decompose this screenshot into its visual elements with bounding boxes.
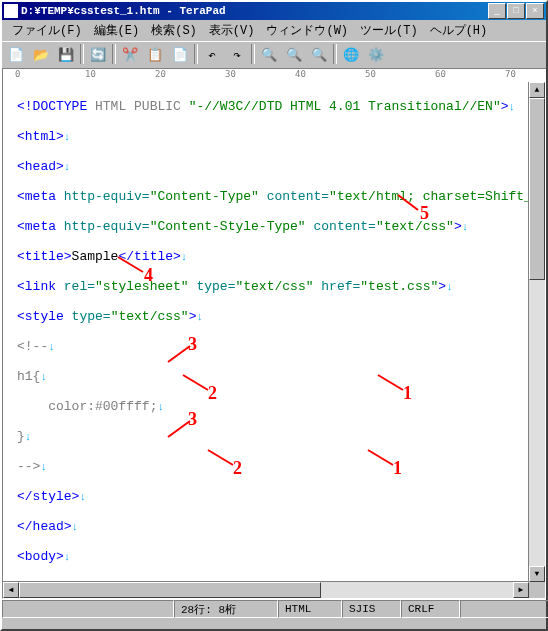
find-next-button[interactable]: 🔍	[307, 44, 331, 66]
menu-file[interactable]: ファイル(F)	[6, 21, 88, 40]
find-button[interactable]: 🔍	[257, 44, 281, 66]
open-button[interactable]: 📂	[29, 44, 53, 66]
scroll-down-button[interactable]: ▼	[529, 566, 545, 582]
paste-button[interactable]: 📄	[168, 44, 192, 66]
menu-search[interactable]: 検索(S)	[145, 21, 203, 40]
status-empty	[2, 600, 174, 618]
scroll-left-button[interactable]: ◀	[3, 582, 19, 598]
menu-edit[interactable]: 編集(E)	[88, 21, 146, 40]
vertical-scrollbar[interactable]: ▲ ▼	[528, 82, 545, 582]
editor-area: <!DOCTYPE HTML PUBLIC "-//W3C//DTD HTML …	[2, 82, 546, 599]
scroll-up-button[interactable]: ▲	[529, 82, 545, 98]
scroll-h-thumb[interactable]	[19, 582, 321, 598]
menu-tool[interactable]: ツール(T)	[354, 21, 424, 40]
toolbar: 📄 📂 💾 🔄 ✂️ 📋 📄 ↶ ↷ 🔍 🔍 🔍 🌐 ⚙️	[2, 41, 546, 68]
code-editor[interactable]: <!DOCTYPE HTML PUBLIC "-//W3C//DTD HTML …	[3, 82, 529, 582]
find-prev-button[interactable]: 🔍	[282, 44, 306, 66]
menu-view[interactable]: 表示(V)	[203, 21, 261, 40]
undo-button[interactable]: ↶	[200, 44, 224, 66]
maximize-button[interactable]: □	[507, 3, 525, 19]
close-button[interactable]: ×	[526, 3, 544, 19]
menu-window[interactable]: ウィンドウ(W)	[260, 21, 354, 40]
scroll-right-button[interactable]: ▶	[513, 582, 529, 598]
scroll-corner	[529, 582, 545, 598]
status-encoding: SJIS	[342, 600, 401, 618]
settings-button[interactable]: ⚙️	[364, 44, 388, 66]
statusbar: 28行: 8桁 HTML SJIS CRLF 挿入	[2, 599, 546, 618]
minimize-button[interactable]: _	[488, 3, 506, 19]
app-icon	[4, 4, 18, 18]
status-blank	[460, 600, 548, 618]
save-button[interactable]: 💾	[54, 44, 78, 66]
reload-button[interactable]: 🔄	[86, 44, 110, 66]
status-position: 28行: 8桁	[174, 600, 278, 618]
horizontal-scrollbar[interactable]: ◀ ▶	[3, 581, 529, 598]
copy-button[interactable]: 📋	[143, 44, 167, 66]
scroll-v-thumb[interactable]	[529, 98, 545, 280]
status-eol: CRLF	[401, 600, 460, 618]
menu-help[interactable]: ヘルプ(H)	[424, 21, 494, 40]
new-button[interactable]: 📄	[4, 44, 28, 66]
redo-button[interactable]: ↷	[225, 44, 249, 66]
cut-button[interactable]: ✂️	[118, 44, 142, 66]
app-window: D:¥TEMP¥csstest_1.htm - TeraPad _ □ × ファ…	[0, 0, 548, 631]
ruler: 0 10 20 30 40 50 60 70	[2, 68, 546, 82]
window-title: D:¥TEMP¥csstest_1.htm - TeraPad	[21, 5, 488, 17]
browser-button[interactable]: 🌐	[339, 44, 363, 66]
titlebar[interactable]: D:¥TEMP¥csstest_1.htm - TeraPad _ □ ×	[2, 2, 546, 20]
menubar: ファイル(F) 編集(E) 検索(S) 表示(V) ウィンドウ(W) ツール(T…	[2, 20, 546, 41]
status-mode: HTML	[278, 600, 342, 618]
